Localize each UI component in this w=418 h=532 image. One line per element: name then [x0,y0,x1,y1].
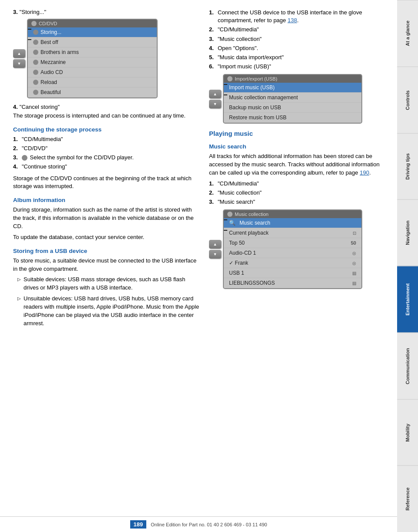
sidebar-tab-label-controls: Controls [405,90,410,110]
music-search-heading: Music search [209,143,388,150]
left-column: 3. "Storing..." ▲ ▼ CD/DVD [13,9,200,515]
cd-icon-reload [33,80,38,85]
screen-item-audiocd: Audio CD [28,67,157,77]
ms-step-1: 1. "CD/Multimedia" [209,180,388,188]
page-footer: 189 Online Edition for Part no. 01 40 2 … [0,516,397,532]
step3-text: "Storing..." [20,9,46,15]
continuing-steps-list: 1. "CD/Multimedia" 2. "CD/DVD" 3. Select… [13,135,200,171]
screen1-title-label: CD/DVD [39,21,57,26]
screen1-cd-icon [31,21,37,26]
screen2-container: ▲ ▼ Import/export (USB) Import music (US… [209,74,388,124]
storage-interrupt-text: The storage process is interrupted and c… [13,112,200,120]
page138-link[interactable]: 138 [287,17,297,24]
sidebar-tab-label-mobility: Mobility [405,424,410,442]
album-body2: To update the database, contact your ser… [13,233,200,242]
screen3-items: 🔍 Music search Current playback ⊡ Top 50… [224,218,361,288]
screen2-item-import: Import music (USB) [224,83,361,93]
screen3-item-top50: Top 50 50 [224,238,361,248]
sidebar-tab-reference[interactable]: Reference [397,465,418,532]
music-search-steps: 1. "CD/Multimedia" 2. "Music collection"… [209,180,388,206]
import-steps-list: 1. Connect the USB device to the USB int… [209,9,388,71]
sidebar-tab-mobility[interactable]: Mobility [397,399,418,466]
album-body1: During storage, information such as the … [13,206,200,231]
cd-symbol-icon [22,155,27,161]
import-step-6: 6. "Import music (USB)" [209,63,388,71]
screen2-item-restore: Restore music from USB [224,113,361,123]
screen1-box: CD/DVD Storing... Best off [27,19,158,98]
screen2-nav-down[interactable]: ▼ [209,100,221,108]
import-step-5: 5. "Music data import/export" [209,54,388,61]
screen3-nav-down[interactable]: ▼ [209,250,221,259]
screen1-title: CD/DVD [28,20,157,27]
footer-text: Online Edition for Part no. 01 40 2 606 … [151,522,267,527]
sidebar-tab-navigation[interactable]: Navigation [397,199,418,266]
screen2-items: Import music (USB) Music collection mana… [224,83,361,123]
sidebar-tab-at-a-glance[interactable]: At a glance [397,0,418,67]
page190-link[interactable]: 190 [360,169,369,176]
screen3-title-label: Music collection [235,212,269,217]
nav-up-btn[interactable]: ▲ [13,49,25,58]
screen-item-beautiful: Beautiful [28,88,157,98]
sidebar-tab-entertainment[interactable]: Entertainment [397,266,418,333]
continuing-step-1: 1. "CD/Multimedia" [13,135,200,143]
import-step-1: 1. Connect the USB device to the USB int… [209,9,388,24]
usb-bullet-2: Unsuitable devices: USB hard drives, USB… [13,295,200,327]
screen2-icon [227,76,233,81]
continuing-heading: Continuing the storage process [13,126,200,133]
import-step-3: 3. "Music collection" [209,35,388,43]
screen3-item-usb1: USB 1 ▤ [224,268,361,278]
page-wrapper: 3. "Storing..." ▲ ▼ CD/DVD [0,0,418,532]
cd-icon-beautiful [33,90,38,95]
screen3-box: Music collection 🔍 Music search Current … [223,209,362,289]
screen2-item-backup: Backup music on USB [224,103,361,113]
cd-icon-bestoff [33,40,38,45]
main-content: 3. "Storing..." ▲ ▼ CD/DVD [0,0,397,532]
screen-item-mezzanine: Mezzanine [28,57,157,67]
cd-icon-storing [33,30,38,35]
screen3-icon [227,212,233,217]
step4-number: 4. [13,104,18,110]
usb-bullet-1: Suitable devices: USB mass storage devic… [13,276,200,292]
screen3-item-audiocd1: Audio-CD 1 ◎ [224,248,361,258]
import-step-2: 2. "CD/Multimedia" [209,26,388,34]
screen2-nav-up[interactable]: ▲ [209,90,221,98]
continuing-step-4: 4. "Continue storing" [13,163,200,171]
screen3-bracket [223,219,227,231]
step3-row: 3. "Storing..." [13,9,200,15]
sidebar-tab-communication[interactable]: Communication [397,333,418,399]
music-search-body: All tracks for which additional informat… [209,152,388,177]
sidebar-tab-label-entertainment: Entertainment [405,283,410,316]
bracket-annotation [27,29,31,40]
cd-icon-brothers [33,50,38,55]
cd-icon-mezzanine [33,60,38,65]
album-heading: Album information [13,197,200,203]
screen3-container: ▲ ▼ Music collection 🔍 Music search [209,209,388,289]
screen3-item-music-search: 🔍 Music search [224,218,361,228]
continuing-body: Storage of the CD/DVD continues at the b… [13,175,200,191]
screen2-box: Import/export (USB) Import music (USB) M… [223,74,362,124]
right-column: 1. Connect the USB device to the USB int… [209,9,388,515]
sidebar-tab-driving-tips[interactable]: Driving tips [397,133,418,200]
screen-item-reload: Reload [28,77,157,88]
ms-step-2: 2. "Music collection" [209,189,388,197]
nav-down-btn[interactable]: ▼ [13,59,25,68]
screen2-item-mgmt: Music collection management [224,93,361,103]
search-icon-small: 🔍 [229,220,236,226]
sidebar-tab-label-at-a-glance: At a glance [405,21,410,47]
usb-heading: Storing from a USB device [13,248,200,254]
cd-icon-audiocd [33,70,38,75]
screen3-title: Music collection [224,210,361,218]
step4-text: "Cancel storing" [20,104,60,110]
screen-item-bestoff: Best off [28,37,157,47]
continuing-step-3: 3. Select the symbol for the CD/DVD play… [13,154,200,162]
screen2-title-label: Import/export (USB) [235,76,277,81]
page-number: 189 [130,520,147,529]
screen3-nav-up[interactable]: ▲ [209,240,221,249]
screen3-item-frank: ✓ Frank ◎ [224,258,361,268]
screen3-nav: ▲ ▼ [209,240,221,259]
sidebar-tab-label-communication: Communication [405,348,410,384]
sidebar-tab-controls[interactable]: Controls [397,67,418,133]
screen2-title: Import/export (USB) [224,75,361,83]
usb-body1: To store music, a suitable device must b… [13,257,200,273]
screen2-nav: ▲ ▼ [209,90,221,108]
